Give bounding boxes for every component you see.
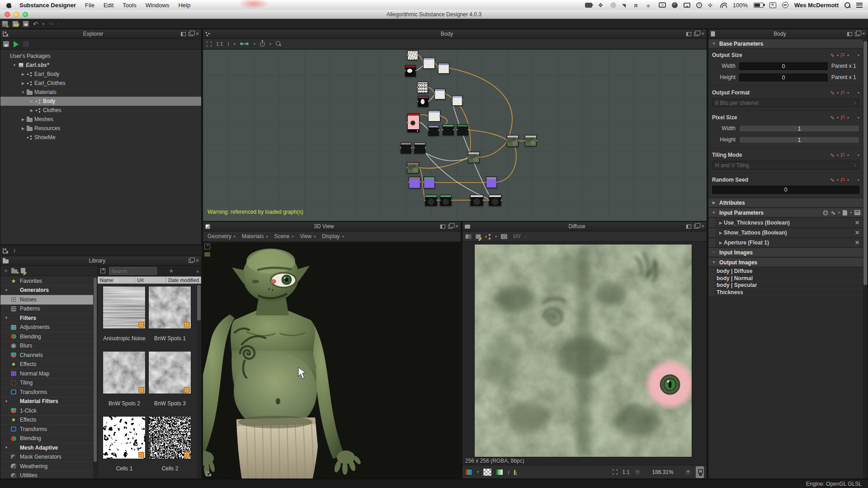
library-item-transforms[interactable]: Transforms	[0, 388, 93, 397]
library-resource-bnw-spots-1[interactable]: BnW Spots 1	[148, 286, 192, 351]
column-header-date-modified[interactable]: Date modified	[166, 277, 201, 283]
library-item-1-click[interactable]: 1-Click	[0, 406, 93, 416]
input-parameter-show-tattoos-boolean-[interactable]: ▶Show_Tattoos (Boolean)✕	[708, 228, 863, 238]
graph-node-24[interactable]	[470, 195, 483, 206]
menu-windows[interactable]: Windows	[146, 2, 170, 9]
function-caret[interactable]: ▾	[838, 211, 840, 215]
output-format-dropdown[interactable]: 8 Bits per channel↕	[712, 99, 859, 107]
fit-view-icon[interactable]	[207, 42, 212, 47]
close-icon[interactable]: ×	[196, 258, 199, 263]
library-item-noises[interactable]: Noises	[0, 295, 93, 305]
dock-icon[interactable]	[181, 32, 186, 36]
drag-handle[interactable]	[708, 289, 715, 296]
compass-icon[interactable]	[708, 2, 714, 8]
menu-file[interactable]: File	[85, 2, 94, 9]
library-item-normal-map[interactable]: Normal Map	[0, 369, 93, 379]
export-icon[interactable]	[100, 268, 105, 273]
close-icon[interactable]: ×	[196, 32, 199, 36]
play-icon[interactable]	[14, 41, 19, 47]
dropbox-icon[interactable]	[598, 2, 604, 8]
graph-node-18[interactable]	[525, 135, 537, 146]
add-folder-icon[interactable]	[11, 269, 17, 273]
snapshot-icon[interactable]	[501, 234, 507, 239]
sync-circle-icon[interactable]	[610, 2, 616, 8]
expander-icon[interactable]: ▶	[20, 127, 26, 131]
properties-scrollbar[interactable]	[863, 39, 868, 479]
drag-handle[interactable]	[708, 238, 716, 247]
function-curve-icon[interactable]: ∿	[830, 114, 835, 121]
library-resource-anisotropic-noise[interactable]: Anisotropic Noise	[103, 286, 146, 351]
drag-handle[interactable]	[708, 228, 716, 237]
window-titlebar[interactable]: Allegorithmic Substance Designer 4.0.3	[0, 10, 868, 19]
chevron-down-icon[interactable]: ▾	[858, 178, 859, 182]
graph-node-9[interactable]	[428, 110, 440, 122]
graph-node-21[interactable]	[486, 177, 497, 188]
graph-node-22[interactable]	[425, 195, 437, 206]
chevron-down-icon[interactable]: ▾	[858, 116, 859, 120]
expose-parameter-icon[interactable]	[841, 116, 845, 120]
uv-caret[interactable]: ▾	[525, 235, 527, 239]
expander-icon[interactable]: ▼	[3, 399, 9, 404]
explorer-item-clothes[interactable]: ▶Clothes	[0, 106, 201, 115]
viewport-tool-icon[interactable]	[204, 252, 210, 257]
lock-zoom-icon[interactable]	[696, 466, 704, 478]
dock-icon[interactable]	[686, 225, 691, 229]
timer-icon[interactable]	[260, 42, 265, 47]
menu-help[interactable]: Help	[178, 2, 190, 9]
link-caret[interactable]: ▾	[254, 42, 255, 46]
explorer-item-body[interactable]: ▶Body	[0, 97, 201, 106]
function-curve-icon[interactable]: ∿	[830, 177, 835, 183]
input-parameter-aperture-float-1-[interactable]: ▶Aperture (Float 1)✕	[708, 238, 863, 248]
section-output-images[interactable]: ▼Output Images	[708, 258, 863, 267]
airplay-icon[interactable]	[684, 3, 690, 8]
graph-node-19[interactable]	[409, 177, 420, 188]
expand-icon[interactable]	[204, 244, 210, 249]
scene-tree-icon[interactable]	[206, 471, 211, 476]
expander-icon[interactable]: ▼	[12, 63, 17, 67]
chevron-down-icon[interactable]: ▾	[837, 153, 839, 157]
chevron-down-icon[interactable]: ▾	[837, 53, 839, 57]
3d-viewport[interactable]	[203, 242, 461, 479]
delete-parameter-button[interactable]: ✕	[855, 230, 859, 236]
uv-toggle[interactable]: UV	[513, 233, 521, 239]
expander-icon[interactable]: ▶	[717, 241, 724, 245]
graph-node-15[interactable]	[407, 162, 419, 174]
chevron-down-icon[interactable]: ▾	[858, 153, 859, 157]
gradient-icon[interactable]	[496, 469, 503, 475]
note-icon[interactable]	[843, 210, 847, 216]
expander-icon[interactable]: ▶	[717, 231, 724, 235]
graph-node-25[interactable]	[489, 195, 501, 206]
tiling-mode-dropdown[interactable]: H and V Tiling↕	[712, 161, 859, 169]
library-item-transforms[interactable]: Transforms	[0, 425, 93, 434]
explorer-header[interactable]: Explorer ×	[0, 29, 201, 39]
expander-icon[interactable]: ▼	[3, 316, 9, 320]
output-image-body-diffuse[interactable]: body | Diffuse	[708, 268, 863, 275]
library-resource-cells-2[interactable]: Cells 2	[148, 416, 192, 479]
library-header[interactable]: Library ×	[0, 256, 201, 266]
drag-handle[interactable]	[708, 218, 716, 227]
graph-node-6[interactable]	[434, 89, 445, 99]
expose-parameter-icon[interactable]	[841, 91, 845, 95]
new-package-button[interactable]	[2, 21, 8, 27]
function-curve-icon[interactable]: ∿	[830, 52, 835, 58]
chevron-down-icon[interactable]: ▾	[858, 91, 859, 95]
chevron-down-icon[interactable]: ▾	[837, 178, 839, 182]
drag-handle[interactable]	[708, 275, 715, 282]
library-item-channels[interactable]: Channels	[0, 351, 93, 360]
close-window-button[interactable]	[5, 12, 10, 17]
graph-node-12[interactable]	[457, 124, 468, 136]
edit-image-icon[interactable]	[476, 234, 481, 239]
drag-handle[interactable]	[708, 268, 715, 275]
graph-node-17[interactable]	[507, 135, 519, 147]
chevron-down-icon[interactable]: ▾	[847, 91, 849, 95]
float-icon[interactable]	[448, 225, 453, 229]
library-item-patterns[interactable]: Patterns	[0, 305, 93, 314]
pixel-size-height-input[interactable]: 1	[739, 136, 859, 143]
info-icon[interactable]: i	[227, 40, 229, 47]
explorer-item-user-s-packages[interactable]: User's Packages	[0, 52, 201, 61]
library-item-favorites[interactable]: ★Favorites	[0, 277, 93, 286]
expose-parameter-icon[interactable]	[841, 178, 845, 182]
close-icon[interactable]: ×	[701, 32, 704, 36]
graph-canvas[interactable]: Warning: referenced by loaded graph(s)	[203, 50, 707, 221]
explorer-item-resources[interactable]: ▶Resources	[0, 124, 201, 133]
